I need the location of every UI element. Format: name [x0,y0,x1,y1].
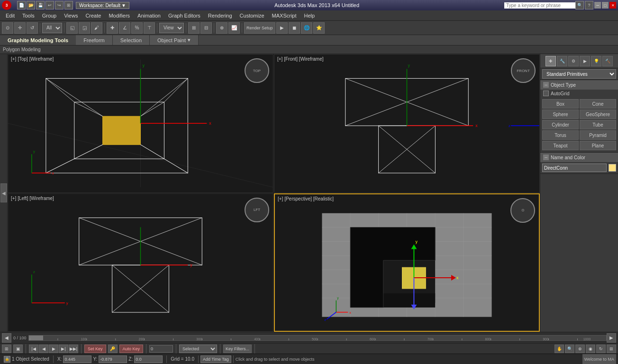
menu-animation[interactable]: Animation [134,12,164,19]
percent-snap[interactable]: % [131,22,143,34]
menu-rendering[interactable]: Rendering [204,12,236,19]
name-color-header[interactable]: ─ Name and Color [540,153,618,162]
color-swatch[interactable] [609,164,616,172]
object-type-header[interactable]: ─ Object Type [540,80,618,90]
viewport-front-nav[interactable]: FRONT [511,58,536,83]
selected-dropdown[interactable]: Selected [179,345,217,353]
search-help-icon[interactable]: 🔍 [575,1,584,9]
new-icon[interactable]: 📄 [17,1,26,9]
rectangle-select[interactable]: ◱ [66,22,78,34]
rotate-tool[interactable]: ↺ [27,22,38,34]
set-key-button[interactable]: Set Key [84,345,106,353]
menu-customize[interactable]: Customize [236,12,268,19]
viewport-top[interactable]: [+] [Top] [Wireframe] TOP [8,54,273,193]
menu-help[interactable]: Help [300,12,319,19]
x-coord-input[interactable] [63,355,91,363]
select-tool[interactable]: ⊙ [2,22,13,34]
y-coord-input[interactable] [99,355,127,363]
viewport-left[interactable]: [+] [Left] [Wireframe] LFT y [8,193,273,332]
name-color-collapse[interactable]: ─ [543,155,549,160]
undo-icon[interactable]: ↩ [45,1,54,9]
menu-maxscript[interactable]: MAXScript [268,12,300,19]
timeline-track[interactable]: 0 100 200 300 400 500 600 700 800 900 10… [28,335,607,341]
torus-button[interactable]: Torus [542,130,579,140]
hierarchy-panel-icon[interactable]: ⚙ [568,56,579,66]
menu-create[interactable]: Create [82,12,105,19]
timeline-left-btn[interactable]: ◀ [2,333,11,343]
box-button[interactable]: Box [542,99,579,109]
spinner-snap[interactable]: ⊤ [144,22,155,34]
open-icon[interactable]: 📂 [27,1,35,9]
search-input[interactable] [504,2,575,9]
filter-dropdown[interactable]: All [42,23,62,33]
viewport-left-nav[interactable]: LFT [245,198,269,222]
object-paint-tab[interactable]: Object Paint ▾ [150,35,199,45]
layer-manager[interactable]: ⊕ [216,22,227,34]
utilities-panel-icon[interactable]: 🔨 [602,56,613,66]
viewport-perspective[interactable]: [+] [Perspective] [Realistic] ⊙ [274,193,540,332]
create-panel-icon[interactable]: ✚ [545,56,556,66]
menu-tools[interactable]: Tools [18,12,38,19]
workspace-button[interactable]: Workspace: Default ▼ [76,2,129,9]
save-icon[interactable]: 💾 [36,1,45,9]
go-start-button[interactable]: |◀ [29,345,38,353]
render-effects[interactable]: ⭐ [313,22,325,34]
cone-button[interactable]: Cone [580,99,616,109]
align-tool[interactable]: ⊞ [188,22,200,34]
zoom-all-icon[interactable]: ⊕ [575,345,585,353]
mirror-tool[interactable]: ⊟ [200,22,212,34]
viewport-front[interactable]: [+] [Front] [Wireframe] FRONT [274,54,540,193]
plane-button[interactable]: Plane [580,141,616,150]
graphite-tools-tab[interactable]: Graphite Modeling Tools [0,35,76,45]
sphere-button[interactable]: Sphere [542,109,579,119]
close-button[interactable]: ✕ [609,2,616,9]
pan-icon[interactable]: ✋ [554,345,564,353]
standard-primitives-dropdown[interactable]: Standard Primitives [542,69,616,79]
zoom-icon[interactable]: 🔍 [565,345,574,353]
render-frame[interactable]: ◼ [289,22,300,34]
history-icon[interactable]: ⊞ [64,1,73,9]
modify-panel-icon[interactable]: 🔧 [557,56,567,66]
menu-views[interactable]: Views [60,12,82,19]
geosphere-button[interactable]: GeoSphere [580,109,616,119]
object-name-input[interactable] [542,164,607,172]
collapse-button[interactable]: ◀ [0,183,7,202]
add-time-tag-button[interactable]: Add Time Tag [200,355,231,363]
render-setup-button[interactable]: Render Setup [244,22,275,34]
freeform-tab[interactable]: Freeform [76,35,113,45]
maximize-button[interactable]: □ [602,2,609,9]
curve-editor[interactable]: 📈 [228,22,240,34]
view-dropdown[interactable]: View [159,23,184,33]
viewport-single-btn[interactable]: ▣ [13,345,23,353]
tube-button[interactable]: Tube [580,120,616,129]
object-type-collapse[interactable]: ─ [543,82,549,88]
go-end-button[interactable]: ▶▶| [69,345,78,353]
selection-tab[interactable]: Selection [113,35,150,45]
auto-grid-checkbox[interactable] [543,91,549,96]
minimize-button[interactable]: ─ [594,2,601,9]
menu-edit[interactable]: Edit [2,12,18,19]
arc-rotate-icon[interactable]: ↻ [596,345,606,353]
environment[interactable]: 🌐 [301,22,312,34]
motion-panel-icon[interactable]: ▶ [580,56,590,66]
viewport-top-nav[interactable]: TOP [245,58,269,83]
lasso-select[interactable]: ◲ [79,22,90,34]
menu-modifiers[interactable]: Modifiers [105,12,134,19]
viewport-toggle-btn[interactable]: ⊞ [2,345,11,353]
prev-frame-button[interactable]: ◀ [39,345,48,353]
next-frame-button[interactable]: ▶| [59,345,68,353]
auto-key-button[interactable]: Auto Key [119,345,144,353]
current-frame-input[interactable] [149,345,173,353]
timeline-right-btn[interactable]: ▶ [607,333,616,343]
angle-snap[interactable]: ∠ [119,22,130,34]
cylinder-button[interactable]: Cylinder [542,120,579,129]
max-viewport-icon[interactable]: ⊞ [607,345,616,353]
snap-toggle[interactable]: ✚ [107,22,118,34]
redo-icon[interactable]: ↪ [55,1,64,9]
pyramid-button[interactable]: Pyramid [580,130,616,140]
menu-group[interactable]: Group [38,12,61,19]
viewport-perspective-nav[interactable]: ⊙ [510,198,535,223]
teapot-button[interactable]: Teapot [542,141,579,150]
key-filters-button[interactable]: 🔑 [108,345,118,353]
help-icon[interactable]: ? [585,1,593,9]
